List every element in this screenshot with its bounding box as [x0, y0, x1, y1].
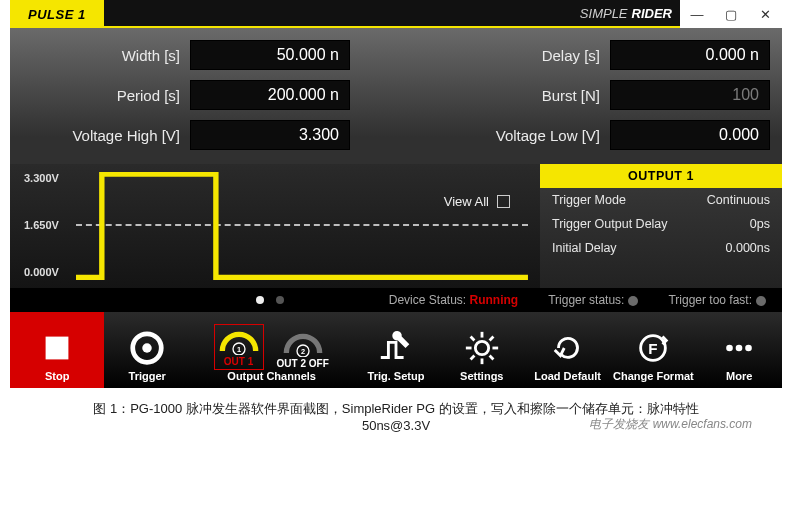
delay-label: Delay [s] — [460, 47, 610, 64]
svg-rect-0 — [46, 337, 69, 360]
trigger-status: Trigger status: — [548, 293, 638, 307]
y-axis-mid: 1.650V — [24, 219, 72, 231]
svg-point-20 — [745, 345, 752, 352]
trigger-too-fast: Trigger too fast: — [668, 293, 766, 307]
svg-point-19 — [736, 345, 743, 352]
delay-input[interactable]: 0.000 n — [610, 40, 770, 70]
change-format-button[interactable]: F Change Format — [610, 312, 696, 388]
gauge-icon: 2 — [283, 329, 323, 357]
output-panel-title: OUTPUT 1 — [540, 164, 782, 188]
width-input[interactable]: 50.000 n — [190, 40, 350, 70]
svg-text:1: 1 — [236, 345, 240, 354]
vlow-label: Voltage Low [V] — [460, 127, 610, 144]
led-icon — [756, 296, 766, 306]
vhigh-label: Voltage High [V] — [40, 127, 190, 144]
trigger-button[interactable]: Trigger — [104, 312, 190, 388]
vlow-input[interactable]: 0.000 — [610, 120, 770, 150]
parameter-grid: Width [s] 50.000 n Delay [s] 0.000 n Per… — [10, 28, 782, 164]
svg-point-2 — [143, 343, 153, 353]
settings-button[interactable]: Settings — [439, 312, 525, 388]
svg-point-18 — [726, 345, 733, 352]
output-row: Trigger Output Delay0ps — [540, 212, 782, 236]
window-maximize[interactable]: ▢ — [714, 0, 748, 28]
output-panel: OUTPUT 1 Trigger ModeContinuous Trigger … — [540, 164, 782, 288]
output-channels-group: 1 OUT 1 2 OUT 2 OFF Output Channels — [190, 312, 353, 388]
waveform-preview: 3.300V 1.650V 0.000V View All — [10, 164, 540, 288]
reload-icon — [549, 329, 587, 367]
y-axis-top: 3.300V — [24, 172, 72, 184]
out2-button[interactable]: 2 OUT 2 OFF — [277, 329, 329, 369]
format-icon: F — [634, 329, 672, 367]
svg-point-7 — [475, 341, 488, 354]
brand: SIMPLE RIDER — [572, 0, 680, 28]
window-minimize[interactable]: — — [680, 0, 714, 28]
figure-caption: 图 1：PG-1000 脉冲发生器软件界面截图，SimpleRider PG 的… — [0, 388, 792, 445]
view-all-label: View All — [444, 194, 489, 209]
view-all-checkbox[interactable] — [497, 195, 510, 208]
period-input[interactable]: 200.000 n — [190, 80, 350, 110]
gauge-icon: 1 — [219, 327, 259, 355]
more-button[interactable]: More — [696, 312, 782, 388]
svg-line-15 — [470, 356, 474, 360]
svg-text:2: 2 — [301, 347, 305, 356]
tab-pulse-1[interactable]: PULSE 1 — [10, 0, 104, 28]
wrench-pulse-icon — [377, 329, 415, 367]
page-dots[interactable] — [256, 296, 284, 304]
out1-button[interactable]: 1 OUT 1 — [215, 325, 263, 369]
svg-line-12 — [470, 337, 474, 341]
bottom-toolbar: Stop Trigger 1 OUT 1 — [10, 312, 782, 388]
vhigh-input[interactable]: 3.300 — [190, 120, 350, 150]
svg-line-13 — [489, 356, 493, 360]
titlebar: PULSE 1 SIMPLE RIDER — ▢ ✕ — [10, 0, 782, 28]
width-label: Width [s] — [40, 47, 190, 64]
trigger-icon — [128, 329, 166, 367]
status-bar: Device Status: Running Trigger status: T… — [10, 288, 782, 312]
output-row: Trigger ModeContinuous — [540, 188, 782, 212]
app-window: PULSE 1 SIMPLE RIDER — ▢ ✕ Width [s] 50.… — [10, 0, 782, 388]
gear-icon — [463, 329, 501, 367]
device-status: Device Status: Running — [389, 293, 518, 307]
period-label: Period [s] — [40, 87, 190, 104]
burst-input[interactable]: 100 — [610, 80, 770, 110]
stop-icon — [38, 329, 76, 367]
svg-line-14 — [489, 337, 493, 341]
window-close[interactable]: ✕ — [748, 0, 782, 28]
pulse-trace-icon — [76, 172, 528, 280]
svg-text:F: F — [649, 340, 658, 357]
burst-label: Burst [N] — [460, 87, 610, 104]
load-default-button[interactable]: Load Default — [525, 312, 611, 388]
output-row: Initial Delay0.000ns — [540, 236, 782, 260]
trig-setup-button[interactable]: Trig. Setup — [353, 312, 439, 388]
y-axis-bot: 0.000V — [24, 266, 72, 278]
stop-button[interactable]: Stop — [10, 312, 104, 388]
more-dots-icon — [720, 329, 758, 367]
led-icon — [628, 296, 638, 306]
watermark: 电子发烧友 www.elecfans.com — [589, 416, 752, 433]
